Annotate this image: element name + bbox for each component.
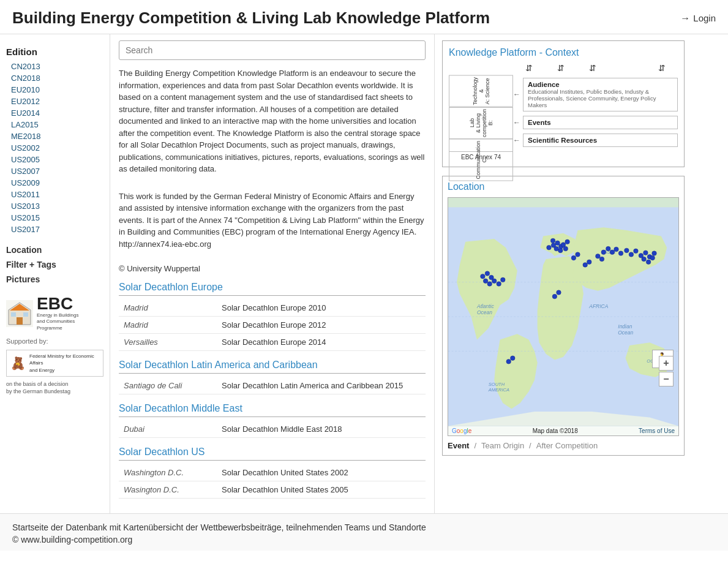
table-row[interactable]: VersaillesSolar Decathlon Europe 2014	[119, 334, 426, 351]
table-row[interactable]: MadridSolar Decathlon Europe 2012	[119, 317, 426, 334]
nav-item-us2007[interactable]: US2007	[6, 165, 103, 177]
svg-point-54	[501, 277, 506, 282]
event-name: Solar Decathlon Europe 2014	[217, 334, 426, 351]
nav-item-us2013[interactable]: US2013	[6, 200, 103, 212]
arrow-up-down-1: ⇵	[525, 63, 533, 73]
event-table-0: MadridSolar Decathlon Europe 2010MadridS…	[119, 300, 426, 351]
federal-text: Federal Ministry for Economic Affairs an…	[29, 353, 99, 374]
table-row[interactable]: Wasington D.C.Solar Decathlon United Sta…	[119, 481, 426, 499]
svg-point-36	[618, 251, 623, 256]
nav-item-la2015[interactable]: LA2015	[6, 119, 103, 130]
svg-point-56	[511, 356, 516, 361]
svg-point-61	[552, 294, 557, 299]
table-row[interactable]: MadridSolar Decathlon Europe 2010	[119, 300, 426, 317]
nav-item-us2009[interactable]: US2009	[6, 177, 103, 189]
nav-item-us2015[interactable]: US2015	[6, 212, 103, 224]
map-container[interactable]: Atlantic Ocean Indian Ocean AFRICA ASIA …	[448, 197, 679, 436]
event-name: Solar Decathlon United States 2002	[217, 464, 426, 481]
svg-point-53	[497, 282, 501, 287]
filter-after-competition[interactable]: After Competition	[536, 441, 598, 450]
knowledge-context-title: Knowledge Platform - Context	[449, 47, 678, 58]
location-filter: Event / Team Origin / After Competition	[448, 441, 679, 450]
search-input[interactable]	[119, 40, 426, 60]
svg-text:AMERICA: AMERICA	[488, 387, 509, 393]
svg-point-32	[601, 250, 606, 255]
svg-point-52	[492, 279, 497, 284]
table-row[interactable]: Santiago de CaliSolar Decathlon Latin Am…	[119, 377, 426, 394]
svg-point-33	[606, 246, 611, 251]
zoom-in-button[interactable]: +	[659, 356, 674, 371]
event-city: Madrid	[119, 300, 217, 317]
scientific-box: Scientific Resources	[523, 134, 678, 147]
events-title: Events	[528, 119, 673, 126]
svg-point-48	[485, 271, 490, 276]
nav-item-us2005[interactable]: US2005	[6, 154, 103, 165]
audience-arrow: ←	[513, 90, 520, 99]
nav-item-cn2013[interactable]: CN2013	[6, 61, 103, 72]
section-title-1[interactable]: Solar Decathlon Latin America and Caribb…	[119, 360, 426, 374]
filter-tags-link[interactable]: Filter + Tags	[6, 257, 103, 272]
login-button[interactable]: → Login	[680, 13, 716, 24]
section-title-0[interactable]: Solar Decathlon Europe	[119, 282, 426, 296]
svg-point-50	[483, 279, 488, 284]
audience-title: Audience	[528, 81, 673, 88]
context-bottom: A: Science & Technology B: competition &…	[449, 75, 678, 149]
arrow-up-down-2: ⇵	[557, 63, 565, 73]
nav-item-eu2010[interactable]: EU2010	[6, 84, 103, 96]
scientific-arrow: ←	[513, 136, 520, 145]
svg-text:AFRICA: AFRICA	[588, 303, 608, 309]
event-city: Washington D.C.	[119, 464, 217, 481]
event-city: Santiago de Cali	[119, 377, 217, 394]
event-table-3: Washington D.C.Solar Decathlon United St…	[119, 464, 426, 499]
section-title-3[interactable]: Solar Decathlon US	[119, 447, 426, 461]
audience-item: ← Audience Educational Institutes, Publi…	[513, 78, 678, 111]
location-link[interactable]: Location	[6, 243, 103, 257]
nav-item-eu2014[interactable]: EU2014	[6, 107, 103, 119]
nav-item-cn2018[interactable]: CN2018	[6, 72, 103, 84]
nav-item-me2018[interactable]: ME2018	[6, 130, 103, 142]
google-logo: Google	[452, 428, 471, 434]
page-title: Building Energy Competition & Living Lab…	[12, 9, 490, 28]
svg-rect-4	[11, 312, 16, 317]
svg-point-31	[587, 260, 592, 265]
table-row[interactable]: DubaiSolar Decathlon Middle East 2018	[119, 421, 426, 438]
svg-rect-3	[17, 317, 23, 325]
event-city: Wasington D.C.	[119, 481, 217, 499]
top-arrows: ⇵ ⇵ ⇵ ⇵	[449, 63, 678, 75]
svg-point-25	[565, 239, 570, 244]
svg-point-44	[642, 257, 647, 262]
ebc-logo: EBC Energy in Buildings and Communities …	[6, 295, 103, 331]
filter-team-origin[interactable]: Team Origin	[481, 441, 524, 450]
section-title-2[interactable]: Solar Decathlon Middle East	[119, 403, 426, 417]
ebc-letters: EBC	[37, 295, 86, 312]
svg-text:SOUTH: SOUTH	[489, 382, 505, 387]
terms-link[interactable]: Terms of Use	[639, 428, 675, 434]
event-name: Solar Decathlon Europe 2010	[217, 300, 426, 317]
nav-item-us2017[interactable]: US2017	[6, 224, 103, 235]
svg-point-30	[583, 263, 588, 268]
zoom-out-button[interactable]: −	[659, 372, 674, 386]
svg-point-43	[652, 251, 657, 256]
nav-item-us2011[interactable]: US2011	[6, 189, 103, 200]
context-right-items: ← Audience Educational Institutes, Publi…	[513, 75, 678, 149]
table-row[interactable]: Washington D.C.Solar Decathlon United St…	[119, 464, 426, 481]
nav-item-us2002[interactable]: US2002	[6, 142, 103, 154]
knowledge-context-panel: Knowledge Platform - Context ⇵ ⇵ ⇵ ⇵ A: …	[442, 40, 685, 167]
location-title: Location	[448, 181, 679, 192]
side-labels: A: Science & Technology B: competition &…	[449, 75, 513, 149]
scientific-title: Scientific Resources	[528, 137, 673, 144]
pictures-link[interactable]: Pictures	[6, 272, 103, 287]
nav-item-eu2012[interactable]: EU2012	[6, 96, 103, 107]
copyright-text: © University Wuppertal	[119, 264, 426, 273]
svg-point-59	[596, 254, 601, 259]
login-label: Login	[693, 13, 716, 23]
events-box: Events	[523, 116, 678, 129]
side-label-b: B: competition & Living Lab	[449, 107, 513, 139]
svg-text:Atlantic: Atlantic	[476, 303, 494, 309]
filter-event[interactable]: Event	[448, 441, 469, 450]
svg-point-58	[576, 252, 580, 257]
scientific-item: ← Scientific Resources	[513, 134, 678, 147]
edition-heading: Edition	[6, 47, 103, 57]
side-label-a: A: Science & Technology	[449, 75, 513, 107]
map-data-text: Map data ©2018	[533, 428, 578, 434]
